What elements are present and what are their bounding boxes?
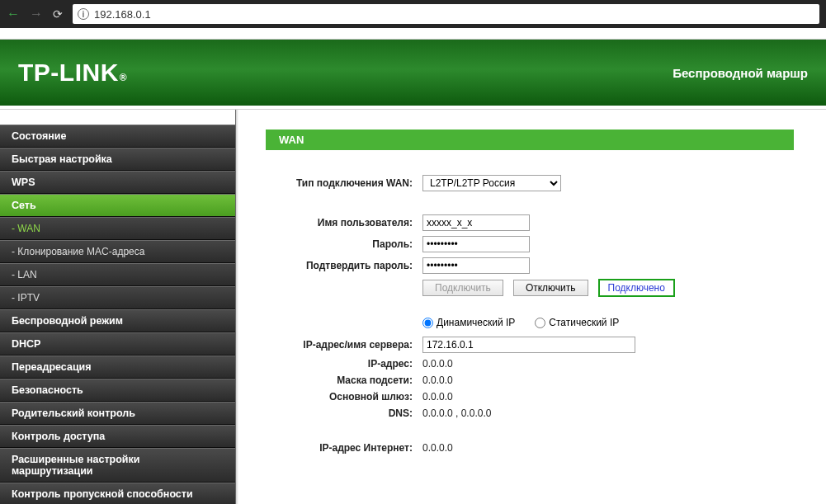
disconnect-button[interactable]: Отключить	[513, 280, 588, 296]
wan-form: Тип подключения WAN: L2TP/L2TP Россия Им…	[266, 150, 826, 454]
sidebar-item-9[interactable]: DHCP	[0, 332, 235, 356]
back-icon[interactable]: ←	[7, 7, 20, 21]
gateway-label: Основной шлюз:	[266, 391, 422, 403]
password-label: Пароль:	[266, 238, 422, 250]
connect-button[interactable]: Подключить	[422, 280, 503, 296]
dynamic-ip-radio-input[interactable]	[422, 318, 433, 328]
confirm-label: Подтвердить пароль:	[266, 260, 422, 271]
sidebar: СостояниеБыстрая настройкаWPSСеть- WAN- …	[0, 110, 236, 504]
server-label: IP-адрес/имя сервера:	[266, 339, 422, 351]
sidebar-item-1[interactable]: Быстрая настройка	[0, 148, 235, 171]
sidebar-item-6[interactable]: - LAN	[0, 263, 235, 286]
username-input[interactable]	[422, 214, 530, 231]
inet-ip-label: IP-адрес Интернет:	[266, 442, 422, 454]
mask-value: 0.0.0.0	[422, 374, 453, 386]
info-icon[interactable]: i	[78, 8, 89, 20]
content-area: WAN Тип подключения WAN: L2TP/L2TP Росси…	[236, 110, 826, 504]
dns-label: DNS:	[266, 407, 422, 419]
ip-label: IP-адрес:	[266, 358, 422, 370]
sidebar-item-10[interactable]: Переадресация	[0, 356, 235, 379]
conn-type-label: Тип подключения WAN:	[266, 177, 422, 189]
reload-icon[interactable]: ⟳	[53, 7, 63, 21]
url-text: 192.168.0.1	[94, 8, 151, 21]
sidebar-item-12[interactable]: Родительский контроль	[0, 402, 235, 425]
sidebar-item-13[interactable]: Контроль доступа	[0, 425, 235, 448]
static-ip-radio[interactable]: Статический IP	[535, 317, 619, 328]
sidebar-item-11[interactable]: Безопасность	[0, 379, 235, 402]
forward-icon[interactable]: →	[30, 7, 43, 21]
mask-label: Маска подсети:	[266, 374, 422, 386]
sidebar-item-2[interactable]: WPS	[0, 171, 235, 194]
ip-value: 0.0.0.0	[422, 358, 453, 370]
static-ip-radio-input[interactable]	[535, 318, 545, 328]
username-label: Имя пользователя:	[266, 217, 422, 228]
app-header: TP-LINK® Беспроводной маршр	[0, 40, 826, 106]
sidebar-item-15[interactable]: Контроль пропускной способности	[0, 483, 235, 504]
sidebar-item-3[interactable]: Сеть	[0, 194, 235, 217]
gateway-value: 0.0.0.0	[422, 391, 453, 403]
dynamic-ip-radio[interactable]: Динамический IP	[422, 317, 515, 328]
url-bar[interactable]: i 192.168.0.1	[73, 4, 819, 24]
logo: TP-LINK®	[18, 59, 127, 87]
sidebar-item-14[interactable]: Расширенные настройки маршрутизации	[0, 448, 235, 483]
sidebar-item-5[interactable]: - Клонирование MAC-адреса	[0, 240, 235, 263]
sidebar-item-7[interactable]: - IPTV	[0, 286, 235, 309]
dns-value: 0.0.0.0 , 0.0.0.0	[422, 407, 491, 419]
inet-ip-value: 0.0.0.0	[422, 442, 453, 454]
browser-toolbar: ← → ⟳ i 192.168.0.1	[0, 0, 826, 28]
server-input[interactable]	[422, 337, 635, 353]
sidebar-item-8[interactable]: Беспроводной режим	[0, 309, 235, 332]
section-title: WAN	[266, 130, 794, 150]
conn-type-select[interactable]: L2TP/L2TP Россия	[422, 175, 561, 191]
sidebar-item-4[interactable]: - WAN	[0, 217, 235, 240]
sidebar-item-0[interactable]: Состояние	[0, 125, 235, 148]
password-input[interactable]	[422, 236, 530, 252]
header-subtitle: Беспроводной маршр	[673, 66, 808, 80]
browser-spacer	[0, 28, 826, 40]
confirm-password-input[interactable]	[422, 257, 530, 274]
connection-status: Подключено	[598, 279, 675, 297]
logo-reg: ®	[120, 72, 127, 83]
